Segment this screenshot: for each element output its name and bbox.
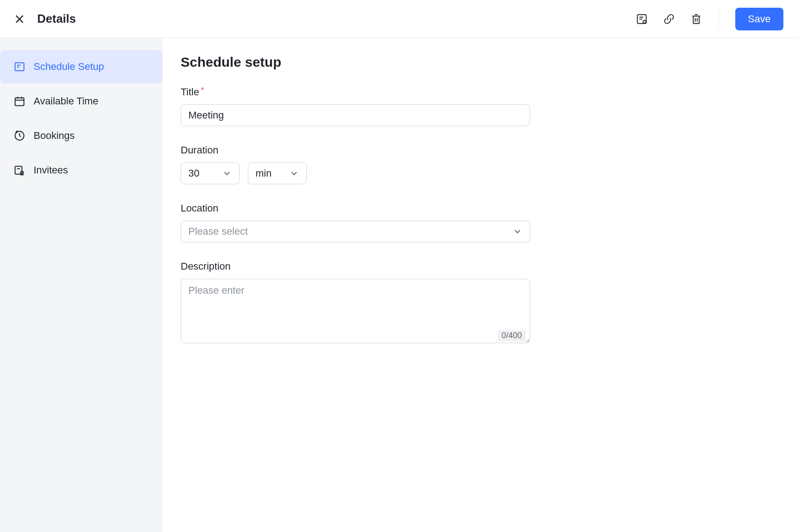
duration-label: Duration	[181, 144, 530, 156]
section-heading: Schedule setup	[181, 54, 779, 70]
field-title: Title*	[181, 86, 530, 126]
sidebar-item-label: Bookings	[34, 130, 75, 142]
description-input[interactable]	[181, 279, 530, 343]
field-duration: Duration 30 min	[181, 144, 530, 184]
svg-rect-2	[15, 63, 24, 70]
chevron-down-icon	[222, 168, 232, 178]
divider	[718, 10, 719, 29]
clock-icon	[14, 130, 25, 142]
field-description: Description 0/400	[181, 261, 530, 345]
chevron-down-icon	[512, 227, 522, 236]
invitees-icon	[14, 164, 25, 176]
header-left: Details	[14, 12, 76, 26]
main-content: Schedule setup Title* Duration 30 min L	[162, 38, 797, 532]
header: Details Save	[0, 0, 797, 38]
sidebar-item-bookings[interactable]: Bookings	[0, 119, 162, 153]
sidebar-item-schedule-setup[interactable]: Schedule Setup	[0, 50, 162, 84]
close-icon[interactable]	[14, 13, 25, 25]
duration-value-select[interactable]: 30	[181, 163, 240, 184]
sidebar-item-available-time[interactable]: Available Time	[0, 84, 162, 118]
title-input[interactable]	[181, 104, 530, 126]
sidebar-item-invitees[interactable]: Invitees	[0, 153, 162, 187]
location-select[interactable]: Please select	[181, 221, 530, 242]
document-settings-icon[interactable]	[636, 13, 648, 25]
field-location: Location Please select	[181, 202, 530, 242]
sidebar: Schedule Setup Available Time Bookings I…	[0, 38, 162, 532]
calendar-icon	[14, 95, 25, 107]
chevron-down-icon	[289, 168, 299, 178]
sidebar-item-label: Available Time	[34, 95, 98, 107]
char-counter: 0/400	[498, 330, 526, 341]
save-button[interactable]: Save	[735, 8, 783, 30]
svg-point-1	[643, 20, 646, 23]
title-label: Title*	[181, 86, 530, 98]
description-label: Description	[181, 261, 530, 272]
sidebar-item-label: Invitees	[34, 164, 68, 176]
schedule-setup-icon	[14, 61, 25, 73]
header-actions: Save	[636, 8, 783, 30]
duration-unit-select[interactable]: min	[248, 163, 307, 184]
svg-rect-3	[15, 98, 24, 105]
location-label: Location	[181, 202, 530, 214]
link-icon[interactable]	[663, 13, 675, 25]
trash-icon[interactable]	[690, 13, 702, 25]
page-title: Details	[37, 12, 76, 26]
sidebar-item-label: Schedule Setup	[34, 61, 104, 73]
